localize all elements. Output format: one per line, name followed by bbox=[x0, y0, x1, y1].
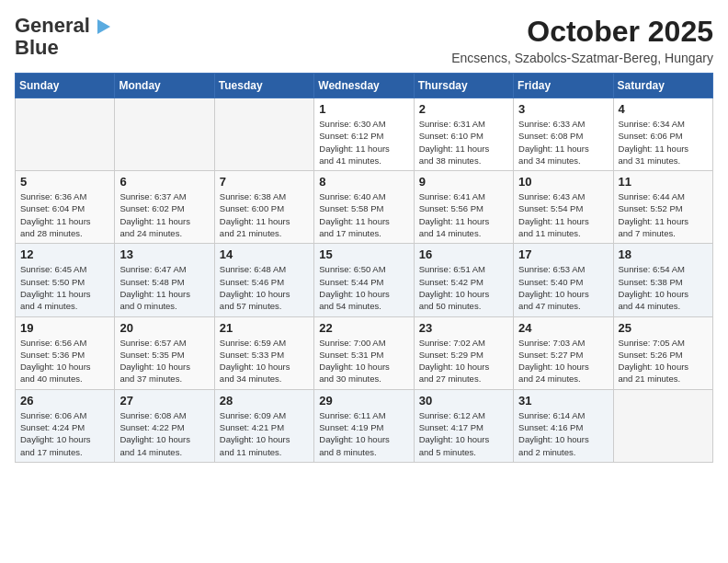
calendar-cell: 11Sunrise: 6:44 AM Sunset: 5:52 PM Dayli… bbox=[613, 171, 712, 244]
day-info: Sunrise: 6:47 AM Sunset: 5:48 PM Dayligh… bbox=[119, 263, 209, 312]
weekday-header: Friday bbox=[514, 74, 613, 98]
calendar-cell: 13Sunrise: 6:47 AM Sunset: 5:48 PM Dayli… bbox=[115, 244, 214, 316]
calendar-cell bbox=[613, 389, 712, 462]
calendar-cell: 16Sunrise: 6:51 AM Sunset: 5:42 PM Dayli… bbox=[414, 244, 513, 316]
day-info: Sunrise: 6:53 AM Sunset: 5:40 PM Dayligh… bbox=[518, 263, 608, 312]
calendar-cell: 2Sunrise: 6:31 AM Sunset: 6:10 PM Daylig… bbox=[414, 98, 513, 171]
weekday-header: Thursday bbox=[414, 74, 513, 98]
calendar-header-row: SundayMondayTuesdayWednesdayThursdayFrid… bbox=[16, 74, 713, 98]
calendar-cell: 8Sunrise: 6:40 AM Sunset: 5:58 PM Daylig… bbox=[314, 171, 414, 244]
day-info: Sunrise: 6:40 AM Sunset: 5:58 PM Dayligh… bbox=[319, 190, 408, 239]
day-number: 26 bbox=[20, 394, 109, 408]
day-info: Sunrise: 7:00 AM Sunset: 5:31 PM Dayligh… bbox=[319, 337, 408, 385]
calendar-cell: 21Sunrise: 6:59 AM Sunset: 5:33 PM Dayli… bbox=[214, 316, 313, 389]
day-info: Sunrise: 6:30 AM Sunset: 6:12 PM Dayligh… bbox=[319, 118, 408, 167]
day-number: 5 bbox=[20, 175, 109, 189]
calendar-cell: 29Sunrise: 6:11 AM Sunset: 4:19 PM Dayli… bbox=[314, 389, 414, 462]
day-number: 31 bbox=[518, 394, 608, 408]
calendar-cell: 15Sunrise: 6:50 AM Sunset: 5:44 PM Dayli… bbox=[314, 244, 414, 316]
day-info: Sunrise: 6:59 AM Sunset: 5:33 PM Dayligh… bbox=[220, 337, 309, 385]
day-info: Sunrise: 6:43 AM Sunset: 5:54 PM Dayligh… bbox=[518, 190, 608, 239]
logo-arrow-icon bbox=[97, 19, 110, 34]
day-info: Sunrise: 6:50 AM Sunset: 5:44 PM Dayligh… bbox=[319, 263, 408, 312]
day-number: 17 bbox=[518, 247, 608, 261]
day-number: 10 bbox=[518, 175, 608, 189]
calendar-cell: 10Sunrise: 6:43 AM Sunset: 5:54 PM Dayli… bbox=[514, 171, 613, 244]
day-info: Sunrise: 6:37 AM Sunset: 6:02 PM Dayligh… bbox=[119, 190, 209, 239]
day-number: 9 bbox=[419, 175, 508, 189]
day-number: 2 bbox=[419, 102, 508, 116]
weekday-header: Saturday bbox=[613, 74, 712, 98]
calendar-week-row: 5Sunrise: 6:36 AM Sunset: 6:04 PM Daylig… bbox=[16, 171, 713, 244]
calendar-cell: 12Sunrise: 6:45 AM Sunset: 5:50 PM Dayli… bbox=[16, 244, 115, 316]
calendar-cell: 25Sunrise: 7:05 AM Sunset: 5:26 PM Dayli… bbox=[613, 316, 712, 389]
day-info: Sunrise: 6:11 AM Sunset: 4:19 PM Dayligh… bbox=[319, 409, 408, 458]
calendar-cell: 9Sunrise: 6:41 AM Sunset: 5:56 PM Daylig… bbox=[414, 171, 513, 244]
day-info: Sunrise: 6:34 AM Sunset: 6:06 PM Dayligh… bbox=[619, 118, 708, 167]
day-number: 12 bbox=[20, 247, 109, 261]
month-title: October 2025 bbox=[451, 15, 713, 49]
day-info: Sunrise: 6:38 AM Sunset: 6:00 PM Dayligh… bbox=[220, 190, 309, 239]
day-number: 14 bbox=[220, 247, 309, 261]
day-info: Sunrise: 6:12 AM Sunset: 4:17 PM Dayligh… bbox=[419, 409, 508, 458]
day-number: 15 bbox=[319, 247, 408, 261]
day-number: 24 bbox=[518, 321, 608, 335]
calendar-cell: 22Sunrise: 7:00 AM Sunset: 5:31 PM Dayli… bbox=[314, 316, 414, 389]
day-number: 20 bbox=[119, 321, 209, 335]
calendar-cell: 17Sunrise: 6:53 AM Sunset: 5:40 PM Dayli… bbox=[514, 244, 613, 316]
day-info: Sunrise: 6:33 AM Sunset: 6:08 PM Dayligh… bbox=[518, 118, 608, 167]
day-info: Sunrise: 6:44 AM Sunset: 5:52 PM Dayligh… bbox=[619, 190, 708, 239]
day-number: 25 bbox=[619, 321, 708, 335]
weekday-header: Tuesday bbox=[214, 74, 313, 98]
calendar-cell: 5Sunrise: 6:36 AM Sunset: 6:04 PM Daylig… bbox=[16, 171, 115, 244]
day-number: 4 bbox=[619, 102, 708, 116]
title-block: October 2025 Encsencs, Szabolcs-Szatmar-… bbox=[451, 15, 713, 65]
page-header: General Blue October 2025 Encsencs, Szab… bbox=[15, 15, 713, 65]
day-info: Sunrise: 6:51 AM Sunset: 5:42 PM Dayligh… bbox=[419, 263, 508, 312]
day-number: 30 bbox=[419, 394, 508, 408]
calendar-week-row: 26Sunrise: 6:06 AM Sunset: 4:24 PM Dayli… bbox=[16, 389, 713, 462]
day-info: Sunrise: 6:41 AM Sunset: 5:56 PM Dayligh… bbox=[419, 190, 508, 239]
day-number: 21 bbox=[220, 321, 309, 335]
day-info: Sunrise: 6:48 AM Sunset: 5:46 PM Dayligh… bbox=[220, 263, 309, 312]
day-info: Sunrise: 6:56 AM Sunset: 5:36 PM Dayligh… bbox=[20, 337, 109, 385]
calendar-cell: 3Sunrise: 6:33 AM Sunset: 6:08 PM Daylig… bbox=[514, 98, 613, 171]
location-title: Encsencs, Szabolcs-Szatmar-Bereg, Hungar… bbox=[451, 51, 713, 65]
logo-blue: Blue bbox=[15, 37, 59, 59]
calendar-cell: 27Sunrise: 6:08 AM Sunset: 4:22 PM Dayli… bbox=[115, 389, 214, 462]
calendar-cell: 4Sunrise: 6:34 AM Sunset: 6:06 PM Daylig… bbox=[613, 98, 712, 171]
calendar-week-row: 19Sunrise: 6:56 AM Sunset: 5:36 PM Dayli… bbox=[16, 316, 713, 389]
day-number: 3 bbox=[518, 102, 608, 116]
day-info: Sunrise: 6:57 AM Sunset: 5:35 PM Dayligh… bbox=[119, 337, 209, 385]
calendar-cell: 28Sunrise: 6:09 AM Sunset: 4:21 PM Dayli… bbox=[214, 389, 313, 462]
calendar-cell: 20Sunrise: 6:57 AM Sunset: 5:35 PM Dayli… bbox=[115, 316, 214, 389]
day-info: Sunrise: 7:05 AM Sunset: 5:26 PM Dayligh… bbox=[619, 337, 708, 385]
calendar-week-row: 1Sunrise: 6:30 AM Sunset: 6:12 PM Daylig… bbox=[16, 98, 713, 171]
day-number: 16 bbox=[419, 247, 508, 261]
day-number: 19 bbox=[20, 321, 109, 335]
day-info: Sunrise: 7:02 AM Sunset: 5:29 PM Dayligh… bbox=[419, 337, 508, 385]
day-number: 29 bbox=[319, 394, 408, 408]
calendar-cell: 14Sunrise: 6:48 AM Sunset: 5:46 PM Dayli… bbox=[214, 244, 313, 316]
calendar-cell bbox=[115, 98, 214, 171]
day-number: 18 bbox=[619, 247, 708, 261]
day-info: Sunrise: 6:45 AM Sunset: 5:50 PM Dayligh… bbox=[20, 263, 109, 312]
day-number: 13 bbox=[119, 247, 209, 261]
calendar-cell: 26Sunrise: 6:06 AM Sunset: 4:24 PM Dayli… bbox=[16, 389, 115, 462]
day-info: Sunrise: 6:09 AM Sunset: 4:21 PM Dayligh… bbox=[220, 409, 309, 458]
calendar-cell: 24Sunrise: 7:03 AM Sunset: 5:27 PM Dayli… bbox=[514, 316, 613, 389]
day-number: 28 bbox=[220, 394, 309, 408]
day-number: 23 bbox=[419, 321, 508, 335]
weekday-header: Wednesday bbox=[314, 74, 414, 98]
calendar-cell: 7Sunrise: 6:38 AM Sunset: 6:00 PM Daylig… bbox=[214, 171, 313, 244]
calendar-cell bbox=[214, 98, 313, 171]
logo-general: General bbox=[15, 15, 110, 37]
day-info: Sunrise: 6:06 AM Sunset: 4:24 PM Dayligh… bbox=[20, 409, 109, 458]
day-info: Sunrise: 6:08 AM Sunset: 4:22 PM Dayligh… bbox=[119, 409, 209, 458]
weekday-header: Monday bbox=[115, 74, 214, 98]
calendar-cell: 6Sunrise: 6:37 AM Sunset: 6:02 PM Daylig… bbox=[115, 171, 214, 244]
calendar-cell: 30Sunrise: 6:12 AM Sunset: 4:17 PM Dayli… bbox=[414, 389, 513, 462]
calendar-cell: 19Sunrise: 6:56 AM Sunset: 5:36 PM Dayli… bbox=[16, 316, 115, 389]
calendar-week-row: 12Sunrise: 6:45 AM Sunset: 5:50 PM Dayli… bbox=[16, 244, 713, 316]
day-number: 22 bbox=[319, 321, 408, 335]
